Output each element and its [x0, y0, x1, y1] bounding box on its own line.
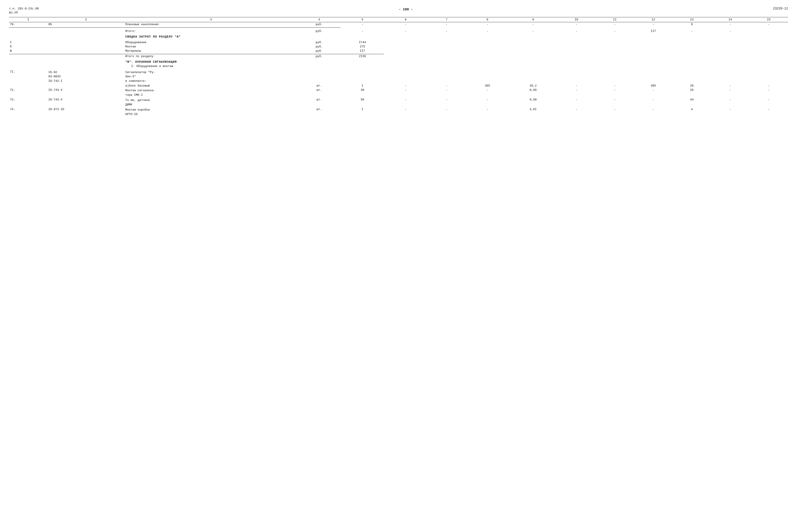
row-c11: -: [596, 29, 634, 33]
row-unit: шт.: [298, 88, 341, 97]
row-c6: -: [384, 22, 427, 27]
row-c8: -: [466, 97, 509, 107]
sub-section-col12: [9, 64, 124, 68]
row-desc: Монтаж сигнализа-тора СМК-I: [124, 88, 298, 97]
row-code: IO-743-4: [48, 97, 124, 107]
col-header-11: II: [596, 17, 634, 22]
table-row-71a: а)блок базовый шт. I - - 305 20,2 - - 30…: [9, 83, 788, 88]
row-c10: -: [557, 107, 596, 117]
table-row-total: Итого: руб. - - - - - - - II7 - -: [9, 29, 788, 33]
section-b-col12: [9, 60, 124, 64]
row-rest: [384, 44, 788, 49]
row-c5: 2I36: [341, 54, 384, 58]
row-c7: -: [427, 107, 466, 117]
row-c9: 4,OI: [509, 107, 557, 117]
row-desc: Материалы: [124, 49, 298, 53]
col-header-15: I5: [749, 17, 788, 22]
row-c5: 275: [341, 44, 384, 49]
row-c14: -: [711, 29, 749, 33]
row-desc: Оборудование: [124, 40, 298, 44]
row-desc: Итого по разделу: [124, 54, 298, 58]
col-header-1: I: [9, 17, 48, 22]
row-c13: 26: [673, 88, 711, 97]
section-title: СВОДКА ЗАТРАТ ПО РАЗДЕЛУ "А": [124, 35, 788, 39]
row-c8: -: [466, 107, 509, 117]
row-c14: -: [711, 83, 749, 88]
row-code: I6-0203-0033IO-742-I: [48, 70, 124, 84]
row-c13: -: [673, 29, 711, 33]
col-header-12: I2: [634, 17, 673, 22]
row-c11: -: [596, 88, 634, 97]
row-c13: 9: [673, 22, 711, 27]
row-code: IO-972-IO: [48, 107, 124, 117]
row-unit: руб.: [298, 44, 341, 49]
row-c13: 44: [673, 97, 711, 107]
col-header-6: 6: [384, 17, 427, 22]
row-num: 72.: [9, 88, 48, 97]
section-header-row: СВОДКА ЗАТРАТ ПО РАЗДЕЛУ "А": [9, 35, 788, 39]
sub-section-title: I. Оборудование и монтаж: [124, 64, 788, 68]
col-header-7: 7: [427, 17, 466, 22]
row-num: [9, 29, 48, 33]
row-c12: -: [634, 97, 673, 107]
table-row-71: 7I. I6-0203-0033IO-742-I Сигнализатор "Р…: [9, 70, 788, 84]
row-c5: -: [341, 29, 384, 33]
main-table: I 2 3 4 5 6 7 8 9 IO II I2 I3 I4 I5 70. …: [9, 17, 788, 117]
summary-row-ii: П Монтаж руб. 275: [9, 44, 788, 49]
row-unit: шт.: [298, 97, 341, 107]
col-header-2: 2: [48, 17, 124, 22]
row-desc: То же, датчикаДИМК: [124, 97, 298, 107]
row-c11: -: [596, 97, 634, 107]
row-unit: руб.: [298, 29, 341, 33]
row-c8: -: [466, 88, 509, 97]
row-desc: Плановые накопления: [124, 22, 298, 27]
row-unit: руб.: [298, 40, 341, 44]
section-b-title: "В". ОХРАННАЯ СИГНАЛИЗАЦИЯ: [124, 60, 788, 64]
row-c8: 305: [466, 83, 509, 88]
row-num: I: [9, 40, 48, 44]
row-c9: 0,88: [509, 97, 557, 107]
page-number: - 188 -: [39, 7, 773, 12]
col-header-4: 4: [298, 17, 341, 22]
row-c6: -: [384, 29, 427, 33]
row-c15: [749, 29, 788, 33]
sub-section-header-row: I. Оборудование и монтаж: [9, 64, 788, 68]
row-c12: -: [634, 88, 673, 97]
row-desc: Монтаж коробкиКРТП-IO: [124, 107, 298, 117]
col-header-3: 3: [124, 17, 298, 22]
summary-row-iii: Ш Материалы руб. II7: [9, 49, 788, 53]
row-code: [48, 40, 124, 44]
row-desc: Итого:: [124, 29, 298, 33]
row-unit: шт.: [298, 107, 341, 117]
row-c6: -: [384, 97, 427, 107]
col-header-13: I3: [673, 17, 711, 22]
row-rest: [298, 70, 788, 84]
row-c12: 305: [634, 83, 673, 88]
row-c13: 4: [673, 107, 711, 117]
row-c10: -: [557, 88, 596, 97]
row-c11: -: [596, 22, 634, 27]
row-c15: -: [749, 22, 788, 27]
row-c6: -: [384, 107, 427, 117]
table-row-73: 73. IO-743-4 То же, датчикаДИМК шт. 50 -…: [9, 97, 788, 107]
column-headers: I 2 3 4 5 6 7 8 9 IO II I2 I3 I4 I5: [9, 17, 788, 22]
row-c8: -: [466, 22, 509, 27]
row-c9: 20,2: [509, 83, 557, 88]
row-c7: -: [427, 29, 466, 33]
row-c6: -: [384, 83, 427, 88]
row-c15: -: [749, 83, 788, 88]
col-header-9: 9: [509, 17, 557, 22]
row-rest: [384, 49, 788, 53]
row-rest: [384, 40, 788, 44]
row-code: [48, 44, 124, 49]
row-c5: I744: [341, 40, 384, 44]
row-code: [48, 49, 124, 53]
section-a-total: Итого по разделу руб. 2I36: [9, 54, 788, 58]
row-code: IO-743-4: [48, 88, 124, 97]
table-row: 70. 8% Плановые накопления руб. - - - - …: [9, 22, 788, 27]
row-code: [48, 54, 124, 58]
col-header-5: 5: [341, 17, 384, 22]
row-code: [48, 83, 124, 88]
row-c10: -: [557, 97, 596, 107]
table-row-74: 74. IO-972-IO Монтаж коробкиКРТП-IO шт. …: [9, 107, 788, 117]
